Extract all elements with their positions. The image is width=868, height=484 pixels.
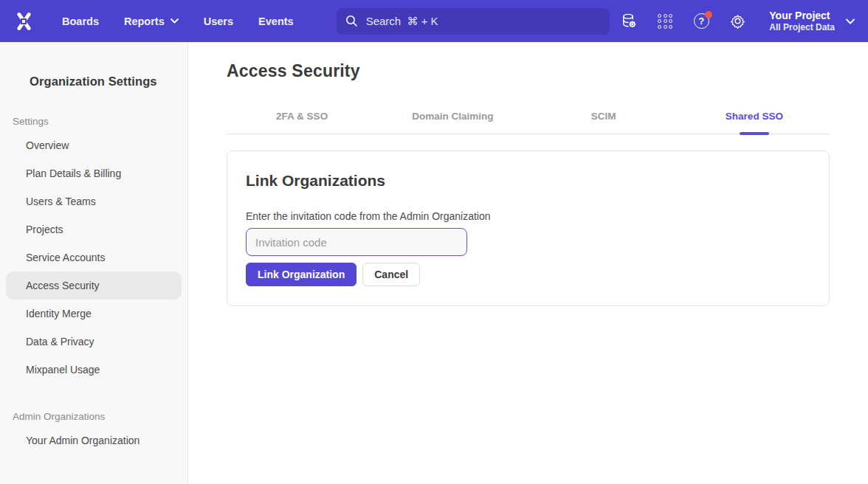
project-switcher[interactable]: Your Project All Project Data [769, 9, 855, 33]
mixpanel-logo-icon[interactable] [12, 10, 35, 32]
sidebar-section-settings: Settings Overview Plan Details & Billing… [0, 116, 187, 384]
tab-domain-claiming[interactable]: Domain Claiming [377, 103, 528, 134]
search-icon [345, 15, 358, 27]
sidebar-item-plan-details-billing[interactable]: Plan Details & Billing [6, 159, 182, 187]
logo-center-dot [21, 18, 27, 24]
card-title: Link Organizations [246, 172, 810, 190]
sidebar-item-identity-merge[interactable]: Identity Merge [6, 300, 182, 328]
main-content: Access Security 2FA & SSO Domain Claimin… [188, 42, 868, 484]
nav-item-label: Reports [124, 15, 165, 27]
tab-label: Shared SSO [726, 111, 783, 122]
nav-item-reports[interactable]: Reports [124, 15, 179, 27]
link-organization-button[interactable]: Link Organization [246, 263, 356, 286]
chevron-down-icon [846, 18, 855, 24]
project-subtitle: All Project Data [769, 22, 835, 33]
global-search[interactable] [337, 8, 610, 35]
tab-label: SCIM [591, 111, 616, 122]
page-title: Access Security [227, 61, 830, 81]
section-header: Settings [0, 116, 187, 127]
invitation-code-input[interactable] [246, 228, 467, 256]
nav-item-boards[interactable]: Boards [62, 15, 99, 27]
sidebar-item-service-accounts[interactable]: Service Accounts [6, 243, 182, 272]
sidebar-item-overview[interactable]: Overview [6, 131, 182, 159]
data-management-icon[interactable] [620, 13, 638, 30]
sidebar-section-admin-organizations: Admin Organizations Your Admin Organizat… [0, 411, 187, 454]
grid-dots [658, 14, 672, 29]
sidebar-item-access-security[interactable]: Access Security [6, 272, 182, 300]
navbar-right: ? Your Project All Project Data [620, 9, 855, 33]
sidebar-item-users-teams[interactable]: Users & Teams [6, 187, 182, 215]
sidebar-item-mixpanel-usage[interactable]: Mixpanel Usage [6, 356, 182, 384]
settings-gear-icon[interactable] [728, 13, 746, 30]
top-navbar: Boards Reports Users Events [0, 0, 868, 42]
card-actions: Link Organization Cancel [246, 263, 810, 286]
nav-item-users[interactable]: Users [204, 15, 233, 27]
sidebar-item-projects[interactable]: Projects [6, 215, 182, 243]
sidebar-item-data-privacy[interactable]: Data & Privacy [6, 328, 182, 356]
tab-label: 2FA & SSO [276, 111, 328, 122]
sidebar-title: Organization Settings [0, 75, 187, 89]
tab-scim[interactable]: SCIM [528, 103, 679, 134]
settings-sidebar: Organization Settings Settings Overview … [0, 42, 188, 484]
nav-item-label: Events [258, 15, 294, 27]
cancel-button[interactable]: Cancel [362, 263, 420, 286]
notification-badge [705, 11, 712, 18]
chevron-down-icon [170, 18, 179, 24]
tab-2fa-sso[interactable]: 2FA & SSO [227, 103, 377, 134]
primary-nav: Boards Reports Users Events [62, 15, 294, 27]
nav-item-label: Users [204, 15, 233, 27]
active-tab-indicator [740, 132, 769, 135]
section-header: Admin Organizations [0, 411, 187, 422]
sidebar-item-your-admin-organization[interactable]: Your Admin Organization [6, 426, 182, 454]
nav-item-label: Boards [62, 15, 99, 27]
project-info: Your Project All Project Data [769, 9, 835, 33]
nav-item-events[interactable]: Events [258, 15, 294, 27]
apps-grid-icon[interactable] [656, 13, 674, 30]
page-body: Organization Settings Settings Overview … [0, 42, 868, 484]
project-name: Your Project [769, 9, 835, 22]
tab-label: Domain Claiming [412, 111, 493, 122]
invitation-code-label: Enter the invitation code from the Admin… [246, 210, 810, 222]
search-input[interactable] [366, 15, 601, 27]
tab-shared-sso[interactable]: Shared SSO [679, 103, 830, 134]
tab-bar: 2FA & SSO Domain Claiming SCIM Shared SS… [227, 103, 830, 134]
link-organizations-card: Link Organizations Enter the invitation … [227, 151, 830, 306]
help-icon[interactable]: ? [692, 13, 710, 30]
